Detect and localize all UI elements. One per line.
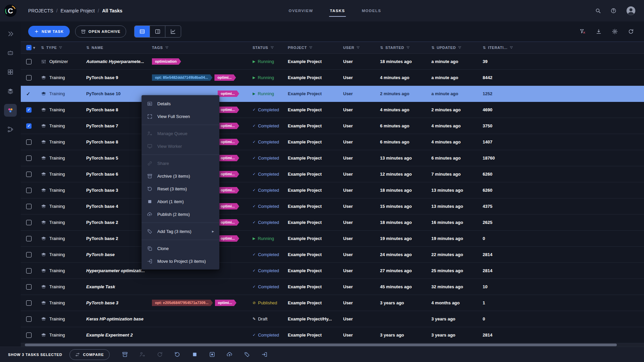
row-checkbox[interactable] [26,220,32,225]
menu-item-add-tag-3-items[interactable]: Add Tag (3 items)▸ [142,225,219,238]
user-avatar[interactable] [626,6,636,16]
row-checkbox[interactable] [26,268,32,274]
horizontal-scrollbar[interactable] [21,343,644,347]
sort-icon[interactable]: ⇅ [483,46,486,50]
table-row[interactable]: TrainingExample Experiment 2✓CompletedEx… [21,327,644,343]
menu-item-clone[interactable]: Clone [142,242,219,255]
row-checkbox[interactable] [26,123,32,129]
column-header-name[interactable]: ⇅NAME [86,46,152,50]
task-tag[interactable]: optimi... [218,203,239,209]
column-header-user[interactable]: USER [343,46,380,50]
task-tag[interactable]: optimi... [218,171,239,177]
column-header-started[interactable]: ⇅STARTED [380,46,431,50]
task-name[interactable]: Example Experiment 2 [86,333,152,338]
menu-item-publish-2-items[interactable]: Publish (2 items) [142,208,219,221]
row-checkbox[interactable] [26,252,32,257]
task-name[interactable]: PyTorch base 3 [86,300,152,305]
table-row[interactable]: TrainingPyTorch base✓CompletedExample Pr… [21,247,644,263]
help-icon[interactable] [610,8,616,14]
task-tag[interactable]: opt: e205d684f7954571a7309... [152,300,213,306]
task-tag[interactable]: optimi... [215,300,236,306]
task-tag[interactable]: optimi... [214,74,236,81]
task-name[interactable]: Automatic Hyperparamete... [86,59,152,64]
sidebar-item-getting-started[interactable] [4,27,17,40]
filter-icon[interactable] [458,46,462,50]
table-row[interactable]: TrainingPyTorch base 3opt: e205d684f7954… [21,295,644,311]
sidebar-item-datasets[interactable] [4,66,17,78]
task-tag[interactable]: optimi... [218,90,239,97]
table-row[interactable]: TrainingPyTorch base 6optimi...✓Complete… [21,166,644,182]
column-header-iterati[interactable]: ⇅ITERATI... [483,46,644,50]
card-view-button[interactable] [150,26,165,37]
sidebar-item-projects[interactable] [4,47,17,59]
tab-overview[interactable]: OVERVIEW [289,0,313,21]
abort-icon[interactable] [192,351,198,358]
open-archive-button[interactable]: OPEN ARCHIVE [75,25,126,38]
breadcrumb-item-projects[interactable]: PROJECTS [28,8,53,13]
row-checkbox[interactable] [26,139,32,145]
sort-icon[interactable]: ⇅ [431,46,435,50]
menu-item-details[interactable]: Details [142,97,219,110]
task-tag[interactable]: optimi... [218,123,239,129]
column-header-tags[interactable]: TAGS [152,46,253,50]
table-row[interactable]: TrainingPyTorch base 5optimi...✓Complete… [21,150,644,166]
abort-all-icon[interactable] [209,351,215,358]
task-name[interactable]: Example Task [86,284,152,289]
table-row[interactable]: TrainingPyTorch base 8optimi...✓Complete… [21,134,644,150]
table-row[interactable]: OptimizerAutomatic Hyperparamete...optim… [21,54,644,70]
menu-item-reset-3-items[interactable]: Reset (3 items) [142,182,219,195]
clearml-logo[interactable]: C [0,4,21,17]
task-tag[interactable]: optimi... [218,107,239,113]
filter-icon[interactable] [59,46,62,50]
chart-view-button[interactable] [165,26,181,37]
task-name[interactable]: Keras HP optimization base [86,316,152,321]
row-checkbox[interactable] [26,333,32,338]
row-checkbox[interactable] [26,172,32,177]
table-row[interactable]: TrainingPyTorch base 3optimi...✓Complete… [21,182,644,198]
table-row[interactable]: TrainingPyTorch base 9opt: 85e5482ddd714… [21,70,644,86]
auto-refresh-icon[interactable] [628,28,634,35]
row-checkbox[interactable] [26,204,32,209]
download-icon[interactable] [596,28,602,35]
menu-item-archive-3-items[interactable]: Archive (3 items) [142,170,219,182]
task-tag[interactable]: optimi... [218,187,239,193]
breadcrumb-item-all-tasks[interactable]: All Tasks [102,8,122,13]
select-all-checkbox[interactable] [26,45,32,50]
table-view-button[interactable] [135,26,150,37]
table-row[interactable]: TrainingPyTorch base 7optimi...✓Complete… [21,118,644,134]
selection-menu-caret-icon[interactable]: ▾ [33,46,35,50]
row-checkbox[interactable] [26,236,32,241]
row-selected-checkmark[interactable]: ✓ [26,91,31,97]
move-to-project-icon[interactable] [261,351,268,358]
sidebar-item-pipelines[interactable] [4,85,17,98]
sidebar-item-applications[interactable] [4,104,17,117]
row-checkbox[interactable] [26,316,32,322]
task-tag[interactable]: optimi... [218,219,239,226]
clear-filters-icon[interactable] [580,28,586,35]
row-checkbox[interactable] [26,284,32,290]
tab-tasks[interactable]: TASKS [330,0,345,21]
task-tag[interactable]: optimi... [218,155,239,161]
row-checkbox[interactable] [26,107,32,113]
task-tag[interactable]: optimi... [218,235,239,242]
add-tag-icon[interactable] [244,351,250,358]
menu-item-abort-1-item[interactable]: Abort (1 item) [142,195,219,208]
column-header-project[interactable]: PROJECT [288,46,343,50]
column-header-updated[interactable]: ⇅UPDATED [431,46,483,50]
breadcrumb-item-example-project[interactable]: Example Project [61,8,95,13]
row-checkbox[interactable] [26,156,32,161]
publish-icon[interactable] [226,351,233,358]
task-name[interactable]: PyTorch base 9 [86,75,152,80]
table-row[interactable]: TrainingPyTorch base 2optimi...✓Complete… [21,215,644,231]
selected-count-label[interactable]: SHOW 3 TASKS SELECTED [8,353,62,357]
table-row[interactable]: TrainingPyTorch base 8optimi...✓Complete… [21,102,644,118]
task-tag[interactable]: optimi... [218,139,239,145]
table-row[interactable]: ✓TrainingPyTorch base 10optimi...▶Runnin… [21,86,644,102]
row-checkbox[interactable] [26,59,32,64]
reset-icon[interactable] [174,351,180,358]
task-tag[interactable]: opt: 85e5482ddd7149b8ba04... [152,74,212,81]
sort-icon[interactable]: ⇅ [41,46,44,50]
task-tag[interactable]: optimization [152,58,181,65]
filter-icon[interactable] [270,46,274,50]
menu-item-move-to-project-3-items[interactable]: Move to Project (3 items) [142,255,219,267]
